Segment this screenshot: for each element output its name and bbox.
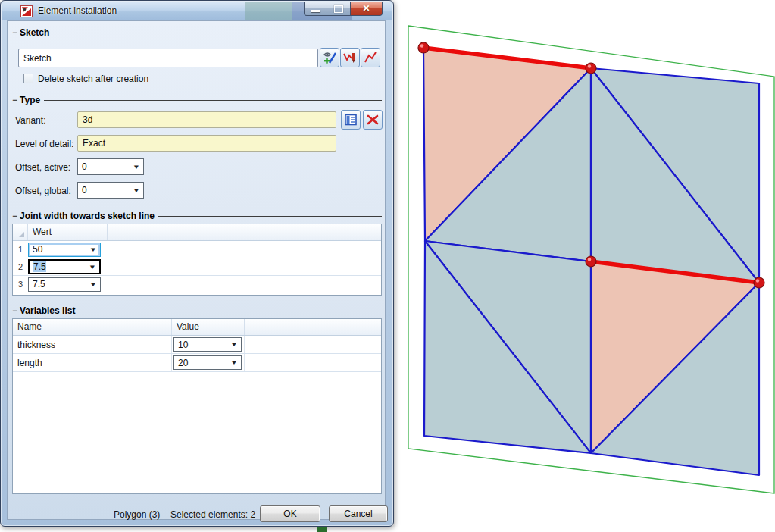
wert-column-header[interactable]: Wert (28, 224, 108, 240)
chevron-down-icon: ▼ (89, 246, 97, 253)
combo-value: 20 (178, 358, 188, 368)
chevron-down-icon: ▼ (230, 341, 238, 348)
group-rule (79, 311, 382, 311)
combo-value: 0 (82, 185, 87, 196)
variable-name: thickness (13, 336, 172, 353)
combo-value-selected: 7.5 (33, 261, 46, 272)
joint-group-header: − Joint width towards sketch line (12, 211, 382, 221)
element-installation-dialog: Element installation ✕ − Sketch (0, 0, 394, 527)
window-title: Element installation (38, 2, 117, 20)
status-selected-elements: Selected elements: 2 (170, 509, 255, 520)
lod-input[interactable] (77, 135, 336, 152)
joint-row[interactable]: 2 7.5 ▼ (13, 258, 381, 276)
variant-input[interactable] (77, 111, 336, 128)
variable-value-cell: 10 ▼ (172, 336, 245, 353)
app-logo-icon (20, 5, 33, 17)
maximize-icon (334, 5, 343, 13)
row-number: 1 (13, 245, 28, 254)
combo-value: 50 (33, 244, 42, 255)
type-group-header: − Type (12, 95, 382, 105)
variable-value-combo[interactable]: 10 ▼ (173, 337, 242, 352)
model-viewport[interactable] (394, 0, 775, 532)
sketch-accept-button[interactable] (320, 48, 339, 67)
joint-value-combo[interactable]: 50 ▼ (28, 243, 101, 257)
group-rule (53, 33, 382, 33)
sketch-group-header: − Sketch (12, 27, 382, 38)
offset-global-combo[interactable]: 0 ▼ (77, 182, 144, 199)
variant-delete-button[interactable] (363, 110, 383, 130)
collapse-minus-icon[interactable]: − (12, 96, 17, 104)
row-number: 2 (13, 262, 28, 271)
variant-label: Variant: (15, 115, 45, 126)
chevron-down-icon: ▼ (133, 187, 140, 194)
delete-sketch-label: Delete sketch after creation (38, 74, 148, 84)
group-rule (158, 216, 382, 217)
variable-row[interactable]: length 20 ▼ (13, 354, 381, 372)
minimize-icon (311, 10, 320, 12)
maximize-button[interactable] (327, 2, 350, 16)
vertex-handle-highlight[interactable] (588, 64, 591, 67)
titlebar-glass-band (245, 2, 292, 20)
chevron-down-icon: ▼ (133, 164, 140, 171)
joint-width-table: Wert 1 50 ▼ 2 7.5 ▼ (12, 224, 382, 296)
collapse-minus-icon[interactable]: − (12, 212, 17, 220)
offset-global-label: Offset, global: (15, 186, 71, 196)
vertex-handle[interactable] (754, 277, 764, 288)
combo-value: 10 (178, 340, 188, 350)
joint-row[interactable]: 1 50 ▼ (13, 241, 381, 258)
sketch-polyline-button[interactable] (361, 48, 380, 67)
vertex-handle[interactable] (418, 42, 429, 53)
caption-buttons: ✕ (304, 2, 383, 17)
sketch-accept-icon (322, 50, 337, 65)
vertex-handle[interactable] (586, 63, 596, 74)
variables-table: Name Value thickness 10 ▼ length (12, 318, 382, 494)
variable-name: length (13, 354, 172, 371)
variable-value-combo[interactable]: 20 ▼ (173, 355, 242, 370)
joint-row[interactable]: 3 7.5 ▼ (13, 276, 381, 293)
model-fragment (317, 527, 327, 532)
ok-button[interactable]: OK (260, 505, 320, 522)
variables-group-header: − Variables list (12, 305, 382, 316)
combo-value: 7.5 (33, 279, 45, 289)
variables-table-header: Name Value (13, 319, 381, 336)
minimize-button[interactable] (304, 2, 327, 16)
close-button[interactable]: ✕ (350, 2, 383, 16)
vertex-handle[interactable] (586, 256, 596, 267)
lod-label: Level of detail: (15, 139, 73, 149)
vertex-handle-highlight[interactable] (588, 258, 591, 261)
close-icon: ✕ (362, 4, 370, 13)
offset-active-combo[interactable]: 0 ▼ (77, 158, 144, 175)
group-title: Variables list (20, 305, 79, 316)
chevron-down-icon: ▼ (89, 264, 96, 271)
variable-row[interactable]: thickness 10 ▼ (13, 336, 381, 354)
variant-catalog-button[interactable] (341, 110, 361, 130)
group-title: Joint width towards sketch line (20, 211, 158, 221)
variable-value-cell: 20 ▼ (172, 354, 245, 371)
collapse-minus-icon[interactable]: − (12, 307, 17, 315)
desktop-stage: Element installation ✕ − Sketch (0, 0, 775, 532)
title-bar[interactable]: Element installation ✕ (2, 2, 392, 20)
dialog-content: − Sketch (7, 20, 386, 520)
delete-sketch-checkbox[interactable] (23, 74, 33, 83)
value-column-header[interactable]: Value (172, 319, 245, 335)
sketch-polyline-icon (363, 50, 378, 65)
sketch-name-input[interactable] (18, 49, 318, 67)
vertex-handle-highlight[interactable] (756, 279, 759, 282)
status-polygon: Polygon (3) (114, 509, 160, 520)
name-column-header[interactable]: Name (13, 319, 172, 335)
corner-header-cell[interactable] (13, 224, 28, 240)
row-number: 3 (13, 280, 28, 289)
collapse-minus-icon[interactable]: − (12, 29, 17, 36)
joint-value-combo[interactable]: 7.5 ▼ (28, 277, 101, 292)
vertex-handle-highlight[interactable] (420, 44, 423, 47)
combo-value: 0 (82, 161, 87, 172)
catalog-icon (344, 113, 358, 127)
offset-active-label: Offset, active: (15, 162, 70, 173)
corner-triangle-icon (19, 232, 24, 237)
sketch-edit-button[interactable] (340, 48, 360, 67)
chevron-down-icon: ▼ (230, 359, 238, 366)
joint-table-header: Wert (13, 224, 381, 241)
cancel-button[interactable]: Cancel (329, 505, 388, 522)
chevron-down-icon: ▼ (89, 281, 97, 288)
joint-value-combo[interactable]: 7.5 ▼ (28, 259, 101, 274)
